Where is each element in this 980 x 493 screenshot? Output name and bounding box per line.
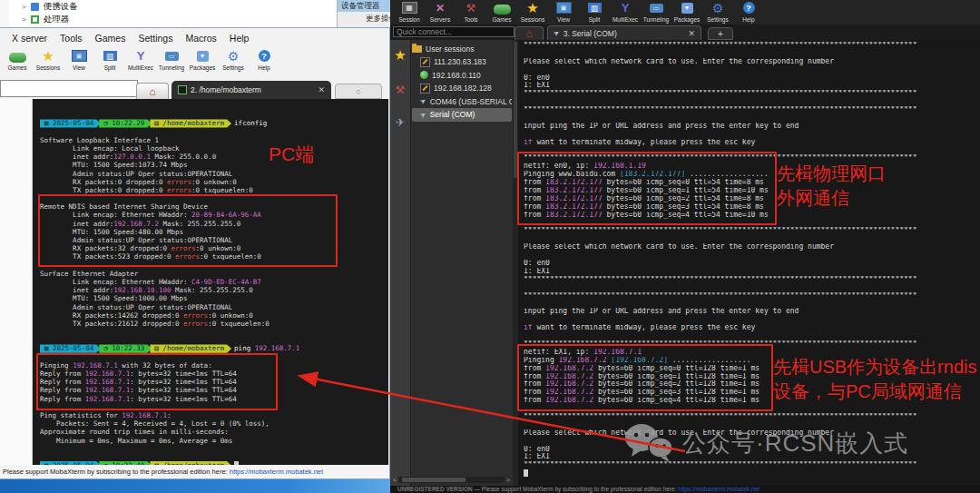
menu-item-settings[interactable]: Settings xyxy=(132,31,179,45)
terminal-line: from 192.168.7.2 bytes=60 icmp_seq=2 ttl… xyxy=(524,380,980,389)
plus-icon: + xyxy=(718,29,723,39)
search-input[interactable] xyxy=(0,80,138,97)
terminal-line xyxy=(40,453,388,461)
toolbar-label: Tunneling xyxy=(643,16,669,23)
terminal-line xyxy=(524,235,980,243)
terminal-line: Surface Ethernet Adapter xyxy=(40,270,388,278)
scroll-thumb[interactable] xyxy=(402,478,466,482)
terminal-icon xyxy=(178,85,187,94)
terminal-right[interactable]: ****************************************… xyxy=(518,40,980,486)
terminal-line xyxy=(40,194,388,202)
toolbar-button-session[interactable]: ▦Session xyxy=(394,0,425,25)
terminal-line: ****************************************… xyxy=(524,90,980,98)
status-link[interactable]: https://mobaxterm.mobatek.net xyxy=(230,468,323,476)
menu-item-macros[interactable]: Macros xyxy=(179,31,222,45)
terminal-line: inet addr:192.168.7.2 Mask: 255.255.255.… xyxy=(40,220,388,228)
menu-bar: X serverToolsGamesSettingsMacrosHelp xyxy=(5,31,255,45)
toolbar-button-sessions[interactable]: ★Sessions xyxy=(33,48,64,71)
terminal-line: Remote NDIS based Internet Sharing Devic… xyxy=(40,202,388,211)
session-item-com46-usb-serial-ch340-[interactable]: ➤COM46 (USB-SERIAL CH340 ( xyxy=(412,95,512,109)
toolbar-button-packages[interactable]: ▼Packages xyxy=(187,48,218,71)
close-icon[interactable]: ✕ xyxy=(318,85,325,94)
processor-icon xyxy=(31,15,39,24)
star-icon[interactable]: ★ xyxy=(390,47,410,64)
terminal-line xyxy=(524,131,980,139)
toolbar-label: Settings xyxy=(707,16,729,23)
terminal-line: RX packets:14262 dropped:0 errors:0 unko… xyxy=(40,311,388,320)
session-item-serial-com-[interactable]: ➤Serial (COM) xyxy=(412,108,512,122)
terminal-line xyxy=(40,111,388,119)
toolbar-button-split[interactable]: ▥Split xyxy=(579,0,610,25)
horizontal-scrollbar[interactable]: < > xyxy=(393,476,510,484)
toolbar-button-sessions[interactable]: ★Sessions xyxy=(517,0,548,25)
session-item-111-230-63-183[interactable]: 111.230.63.183 xyxy=(412,55,512,69)
terminal-line: MTU: 1500 Speed:1000.00 Mbps xyxy=(40,294,388,302)
toolbar-label: Servers xyxy=(430,16,450,23)
tunnel-icon: ▭ xyxy=(650,4,663,13)
terminal-line: ****************************************… xyxy=(524,276,980,284)
toolbar-label: Sessions xyxy=(36,64,60,71)
toolbar-button-games[interactable]: Games xyxy=(486,0,517,25)
device-manager-tree-item[interactable]: > 处理器 xyxy=(22,14,69,25)
multiexec-icon: Y xyxy=(622,1,630,15)
tools-icon[interactable]: ⚒ xyxy=(390,84,410,96)
toolbar-button-games[interactable]: Games xyxy=(2,48,33,71)
new-tab-button[interactable]: + xyxy=(708,27,733,40)
toolbar-label: MultiExec xyxy=(128,64,153,71)
menu-item-x-server[interactable]: X server xyxy=(5,31,54,45)
scroll-left-icon[interactable]: < xyxy=(393,477,397,483)
sidebar-icon-strip: ★ ⚒ ✈ xyxy=(390,40,411,486)
toolbar-button-multiexec[interactable]: YMultiExec xyxy=(125,48,156,71)
folder-icon xyxy=(412,45,422,53)
toolbar-button-help[interactable]: ?Help xyxy=(249,48,279,71)
device-manager-window: > 便携设备 > 处理器 设备管理器 更多操作 xyxy=(0,0,390,27)
terminal-line: Pinging 192.168.7.1 with 32 bytes of dat… xyxy=(40,361,388,370)
terminal-line: MTU: 1500 Speed:480.00 Mbps xyxy=(40,228,388,236)
toolbar-button-servers[interactable]: ✕Servers xyxy=(425,0,456,25)
toolbar-button-packages[interactable]: ▼Packages xyxy=(671,0,702,25)
status-link[interactable]: https://mobaxterm.mobatek.net xyxy=(678,486,760,492)
close-icon[interactable]: ✕ xyxy=(688,29,695,38)
session-item-192-168-182-128[interactable]: 192.168.182.128 xyxy=(412,82,512,95)
tab-serial[interactable]: ➤ 3. Serial (COM) ✕ xyxy=(547,25,701,40)
plane-icon[interactable]: ✈ xyxy=(390,116,410,129)
device-manager-tree-item[interactable]: > 便携设备 xyxy=(22,1,78,13)
toolbar-button-settings[interactable]: ⚙Settings xyxy=(702,0,733,25)
scroll-right-icon[interactable]: > xyxy=(506,477,510,483)
scroll-thumb[interactable] xyxy=(514,42,517,178)
session-tree-root[interactable]: User sessions xyxy=(412,43,512,55)
session-item-192-168-0-110[interactable]: 192.168.0.110 xyxy=(412,69,512,83)
tab-home[interactable]: ⌂ xyxy=(514,26,544,40)
toolbar-button-view[interactable]: ▣View xyxy=(64,48,94,71)
toolbar-button-tunneling[interactable]: ▭Tunneling xyxy=(641,0,671,25)
toolbar-label: Help xyxy=(258,64,270,71)
toolbar-button-tunneling[interactable]: ▭Tunneling xyxy=(156,48,187,71)
terminal-line: input ping the IP or URL address and pre… xyxy=(524,308,980,316)
terminal-line xyxy=(524,405,980,413)
terminal-line xyxy=(524,50,980,58)
tab-home[interactable]: ⌂ xyxy=(136,83,169,99)
menu-item-tools[interactable]: Tools xyxy=(54,31,89,45)
tab-bar: ⌂ 2. /home/mobaxterm ✕ ○ xyxy=(136,79,387,99)
toolbar-label: Tools xyxy=(464,16,477,23)
multiexec-icon: Y xyxy=(137,49,145,63)
terminal-line xyxy=(40,336,388,344)
tab-terminal[interactable]: 2. /home/mobaxterm ✕ xyxy=(172,81,331,99)
terminal-line: ****************************************… xyxy=(524,227,980,235)
toolbar-button-multiexec[interactable]: YMultiExec xyxy=(610,0,641,25)
prompt-time: ◔ 10:22.33 xyxy=(99,344,152,352)
scroll-track[interactable] xyxy=(398,477,505,483)
toolbar-button-view[interactable]: ▣View xyxy=(548,0,579,25)
terminal-left[interactable]: ▦ 2025-05-04◔ 10:22.29▤ /home/mobaxtermi… xyxy=(33,99,388,465)
terminal-line xyxy=(524,147,980,155)
menu-item-help[interactable]: Help xyxy=(223,31,256,45)
terminal-line xyxy=(40,261,388,270)
tab-find[interactable]: ○ xyxy=(335,84,382,99)
toolbar-button-split[interactable]: ▥Split xyxy=(94,48,125,71)
menu-item-games[interactable]: Games xyxy=(89,31,132,45)
toolbar-button-help[interactable]: ?Help xyxy=(733,0,764,25)
toolbar-button-tools[interactable]: ⚒Tools xyxy=(456,0,486,25)
quick-connect-input[interactable] xyxy=(393,26,514,37)
toolbar-button-settings[interactable]: ⚙Settings xyxy=(218,48,249,71)
star-icon: ★ xyxy=(526,1,538,15)
